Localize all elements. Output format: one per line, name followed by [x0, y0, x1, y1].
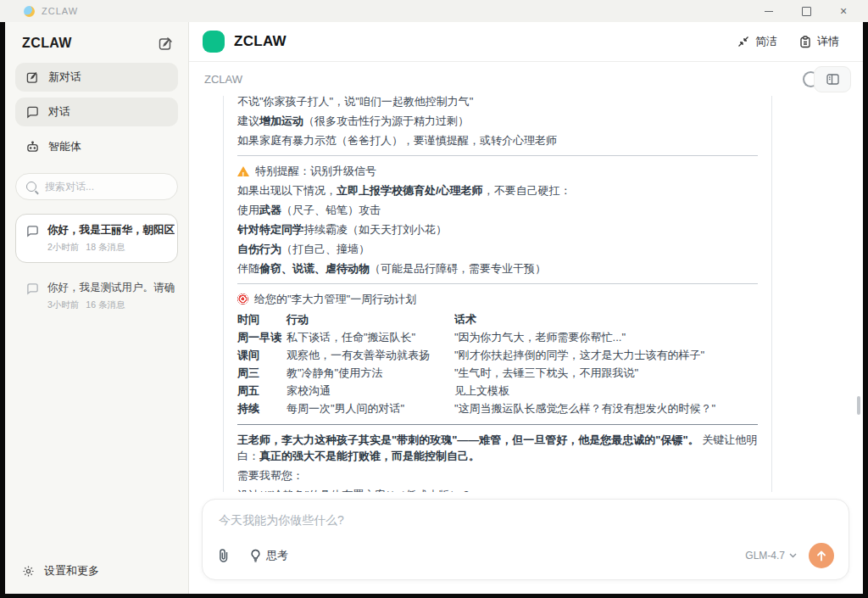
conversation-item[interactable]: 你好，我是王丽华，朝阳区... 2小时前 18 条消息 — [15, 214, 178, 263]
warning-icon — [237, 166, 249, 176]
message-text: 不说"你家孩子打人"，说"咱们一起教他控制力气" — [237, 96, 473, 108]
divider — [237, 424, 758, 425]
chat-icon — [26, 106, 39, 119]
table-header-cell: 行动 — [287, 310, 454, 328]
compact-label: 简洁 — [755, 34, 777, 49]
message-bold-text: 自伤行为 — [237, 243, 281, 255]
details-label: 详情 — [817, 34, 839, 49]
chat-header: ZCLAW — [189, 62, 863, 96]
table-header-cell: 话术 — [454, 310, 758, 328]
table-cell: 周一早读 — [237, 328, 287, 346]
message-paragraph: 建议增加运动（很多攻击性行为源于精力过剩） — [237, 113, 758, 129]
scrollbar-thumb[interactable] — [857, 396, 860, 415]
message-text: （打自己、撞墙） — [281, 243, 370, 255]
maximize-icon — [802, 7, 811, 16]
search-box[interactable] — [15, 173, 178, 200]
compose-icon — [159, 36, 173, 51]
message-bold-text: 立即上报学校德育处/心理老师 — [337, 184, 483, 197]
table-cell: "因为你力气大，老师需要你帮忙..." — [454, 328, 758, 346]
sidebar-item-label: 对话 — [48, 104, 70, 120]
target-icon — [237, 293, 248, 305]
thinking-toggle[interactable]: 思考 — [250, 548, 288, 563]
message-bold-text: 增加运动 — [259, 115, 303, 127]
gear-icon — [22, 565, 35, 578]
close-button[interactable]: × — [837, 5, 849, 17]
message-bold-text: 武器 — [259, 204, 281, 216]
search-icon — [26, 182, 36, 192]
table-cell: "这周当搬运队长感觉怎么样？有没有想发火的时候？" — [454, 400, 758, 417]
settings-and-more-button[interactable]: 设置和更多 — [5, 550, 188, 594]
message-bold-text: 偷窃、说谎、虐待动物 — [259, 262, 370, 275]
sidebar-title: ZCLAW — [22, 36, 72, 51]
sidebar-item-label: 新对话 — [48, 70, 81, 85]
sidebar-item-agents[interactable]: 智能体 — [15, 132, 178, 161]
message-text: （可能是品行障碍，需要专业干预） — [370, 262, 546, 275]
split-panel-icon — [826, 74, 839, 85]
maximize-button[interactable] — [800, 5, 812, 17]
message-text: 如果出现以下情况， — [237, 184, 337, 197]
conversation-item[interactable]: 你好，我是测试用户。请确... 3小时前 16 条消息 — [15, 271, 178, 321]
new-chat-compose-button[interactable] — [159, 36, 173, 51]
table-row: 周五家校沟通见上文模板 — [237, 382, 758, 400]
details-button[interactable]: 详情 — [799, 34, 839, 49]
table-cell: 教"冷静角"使用方法 — [287, 364, 454, 382]
message-paragraph: 针对特定同学持续霸凌（如天天打刘小花） — [237, 221, 758, 238]
message-text: 如果家庭有暴力示范（爸爸打人），要谨慎提醒，或转介心理老师 — [237, 134, 557, 147]
composer: 思考 GLM-4.7 — [202, 499, 849, 580]
send-button[interactable] — [809, 543, 834, 568]
sidebar: ZCLAW 新对话 对话 — [5, 22, 189, 594]
message-input[interactable] — [217, 512, 837, 528]
message-text: 特别提醒：识别升级信号 — [255, 165, 376, 177]
table-cell: 观察他，一有友善举动就表扬 — [287, 346, 454, 364]
divider — [237, 155, 758, 156]
conversation-list: 你好，我是王丽华，朝阳区... 2小时前 18 条消息 你好，我是测试用户。请确… — [5, 204, 188, 331]
table-row: 周一早读私下谈话，任命"搬运队长""因为你力气大，老师需要你帮忙..." — [237, 328, 758, 346]
table-cell: 课间 — [237, 346, 287, 364]
message-paragraph: 设计**"冷静角"的具体布置方案**（低成本版）？ — [237, 487, 758, 492]
search-input[interactable] — [43, 180, 157, 193]
attach-file-button[interactable] — [217, 548, 231, 563]
table-cell: 见上文模板 — [454, 382, 758, 400]
message-text: 建议 — [237, 115, 259, 127]
conversation-time: 3小时前 — [47, 299, 79, 311]
table-cell: "刚才你扶起摔倒的同学，这才是大力士该有的样子" — [454, 346, 758, 364]
message-text: 设计**"冷静角"的具体布置方案**（低成本版）？ — [237, 489, 471, 492]
collapse-icon — [737, 36, 749, 48]
chat-title: ZCLAW — [204, 73, 242, 86]
message-paragraph: 不说"你家孩子打人"，说"咱们一起教他控制力气" — [237, 96, 758, 109]
model-selector[interactable]: GLM-4.7 — [745, 550, 797, 562]
table-cell: 私下谈话，任命"搬运队长" — [287, 328, 454, 346]
window-title: ZCLAW — [42, 6, 78, 16]
toggle-side-panel-button[interactable] — [814, 66, 851, 92]
app-icon — [24, 6, 35, 17]
message-paragraph: 使用武器（尺子、铅笔）攻击 — [237, 202, 758, 218]
arrow-up-icon — [816, 550, 826, 562]
table-header-row: 时间行动话术 — [237, 310, 758, 328]
divider — [237, 283, 758, 284]
message-text: （很多攻击性行为源于精力过剩） — [303, 115, 469, 127]
table-cell: 周三 — [237, 364, 287, 382]
message-bold-text: 真正的强大不是能打败谁，而是能控制自己。 — [259, 450, 480, 462]
thinking-label: 思考 — [266, 548, 288, 563]
sidebar-item-label: 智能体 — [48, 139, 81, 154]
table-cell: 持续 — [237, 400, 287, 417]
message-bold-text: 王老师，李大力这种孩子其实是"带刺的玫瑰"——难管，但一旦管好，他是您最忠诚的"… — [237, 433, 699, 446]
message-paragraph: 特别提醒：识别升级信号 — [237, 163, 758, 179]
message-text: 给您的"李大力管理"一周行动计划 — [254, 293, 416, 305]
chat-bubble-icon — [26, 282, 39, 311]
compact-mode-button[interactable]: 简洁 — [737, 34, 777, 49]
chat-scroll-area[interactable]: 不说"你家孩子打人"，说"咱们一起教他控制力气"建议增加运动（很多攻击性行为源于… — [189, 96, 863, 492]
sidebar-item-chats[interactable]: 对话 — [15, 98, 178, 126]
table-row: 持续每周一次"男人间的对话""这周当搬运队长感觉怎么样？有没有想发火的时候？" — [237, 400, 758, 417]
message-paragraph: 如果出现以下情况，立即上报学校德育处/心理老师，不要自己硬扛： — [237, 182, 758, 198]
minimize-button[interactable] — [763, 5, 775, 17]
assistant-message: 不说"你家孩子打人"，说"咱们一起教他控制力气"建议增加运动（很多攻击性行为源于… — [223, 96, 772, 492]
brand-logo — [203, 31, 225, 53]
conversation-count: 16 条消息 — [86, 299, 125, 311]
action-plan-table: 时间行动话术周一早读私下谈话，任命"搬运队长""因为你力气大，老师需要你帮忙..… — [237, 310, 758, 417]
brand-name: ZCLAW — [234, 33, 287, 50]
sidebar-item-new-chat[interactable]: 新对话 — [15, 63, 178, 92]
minimize-icon — [765, 11, 773, 12]
message-text: ，不要自己硬扛： — [483, 184, 571, 197]
message-text: 需要我帮您： — [237, 469, 303, 482]
